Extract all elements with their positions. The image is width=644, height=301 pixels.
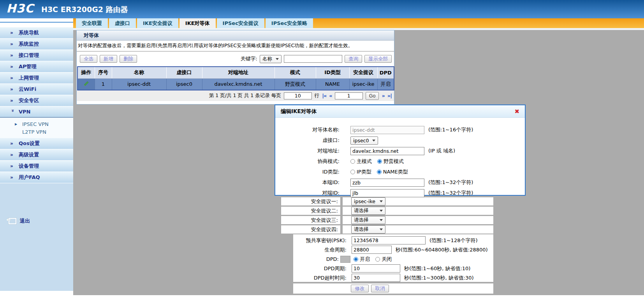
sidebar-item-qos[interactable]: » Qos设置 — [0, 138, 73, 149]
tab-security-alliance[interactable]: 安全联盟 — [76, 18, 108, 28]
cell-dpd: 开启 — [377, 78, 394, 90]
prev-page-icon[interactable]: « — [329, 93, 332, 99]
proposal-1-select[interactable]: ipsec-ike — [351, 197, 385, 205]
sidebar-item-vpn[interactable]: » VPN — [0, 106, 73, 118]
mode-main-radio[interactable]: 主模式 — [350, 158, 372, 165]
lifetime-label: 生命周期: — [293, 246, 347, 253]
sidebar-item-interface-mgmt[interactable]: » 接口管理 — [0, 50, 73, 61]
expand-icon: » — [10, 53, 19, 58]
page: H3C H3C ER3200G2 路由器 安全联盟 虚接口 IKE安全提议 IK… — [0, 0, 644, 301]
proposal-4-label: 安全提议四: — [281, 225, 340, 234]
sidebar-item-device-mgmt[interactable]: » 设备管理 — [0, 161, 73, 172]
keyword-label: 关键字: — [241, 55, 257, 62]
sidebar-subitem-ipsec-vpn[interactable]: ▶ IPSEC VPN — [0, 120, 73, 128]
first-page-icon[interactable]: |« — [322, 93, 326, 99]
panel-title: 对等体 — [77, 30, 394, 41]
mode-radio-group: 主模式 野蛮模式 — [350, 158, 404, 165]
dpd-timeout-input[interactable] — [352, 274, 400, 282]
dpd-timeout-label: DPD超时时间: — [293, 274, 347, 282]
tab-ipsec-proposal[interactable]: IPSec安全提议 — [217, 18, 264, 28]
sidebar-item-system-nav[interactable]: » 系统导航 — [0, 27, 73, 39]
cell-name: ipsec-ddt — [112, 78, 166, 90]
page-info: 第 1 页/共 1 页 共 1 条记录 每页 — [209, 92, 281, 99]
delete-button[interactable]: 删除 — [120, 55, 137, 63]
close-icon[interactable]: ✖ — [514, 108, 519, 115]
lifetime-input[interactable] — [352, 246, 392, 254]
dialog-body: 对等体名称: (范围:1~16个字符) 虚接口: ipsec0 对端地址: (I… — [275, 118, 525, 197]
app-header: H3C H3C ER3200G2 路由器 — [0, 0, 644, 18]
id-type-ip-radio[interactable]: IP类型 — [350, 168, 371, 175]
proposal-4-select[interactable]: 请选择 — [351, 225, 385, 234]
show-all-button[interactable]: 显示全部 — [364, 55, 392, 63]
dpd-interval-input[interactable] — [352, 264, 400, 273]
expand-icon: » — [10, 152, 19, 158]
proposal-3-cell: 请选择 — [343, 216, 493, 224]
sidebar-subitem-l2tp-vpn[interactable]: L2TP VPN — [0, 128, 73, 136]
add-button[interactable]: 新增 — [100, 55, 117, 63]
cell-proposal: ipsec-ike — [349, 78, 377, 90]
local-id-input[interactable] — [350, 179, 424, 187]
radio-checked-icon — [377, 159, 382, 164]
tab-ike-peer[interactable]: IKE对等体 — [179, 18, 216, 28]
id-type-name-radio[interactable]: NAME类型 — [377, 168, 408, 175]
mode-label: 协商模式: — [275, 158, 340, 165]
peer-addr-input[interactable] — [350, 147, 424, 155]
select-all-button[interactable]: 全选 — [80, 55, 97, 63]
expand-icon: » — [10, 141, 19, 146]
vif-select[interactable]: ipsec0 — [350, 136, 378, 145]
modify-button[interactable]: 修改 — [351, 285, 369, 292]
sidebar-item-internet-mgmt[interactable]: » 上网管理 — [0, 73, 73, 84]
remote-id-input[interactable] — [350, 189, 424, 197]
logout-button[interactable]: ← 退出 — [9, 218, 30, 225]
keyword-group: 关键字: 名称 查询 显示全部 — [241, 55, 392, 63]
edit-pencil-icon[interactable] — [83, 81, 89, 88]
sidebar-item-system-monitor[interactable]: » 系统监控 — [0, 39, 73, 50]
proposal-1-label: 安全提议一: — [281, 197, 340, 205]
proposal-3-select[interactable]: 请选择 — [351, 216, 385, 224]
cancel-button[interactable]: 取消 — [371, 285, 389, 292]
sidebar-item-security-zone[interactable]: » 安全专区 — [0, 95, 73, 106]
peer-name-label: 对等体名称: — [275, 126, 340, 133]
psk-note: (范围:1~128个字符) — [429, 237, 478, 244]
sidebar-item-user-faq[interactable]: » 用户FAQ — [0, 172, 73, 183]
remote-id-note: (范围:1~32个字符) — [428, 189, 473, 197]
proposal-4-cell: 请选择 — [343, 225, 493, 234]
proposal-2-select[interactable]: 请选择 — [351, 207, 385, 215]
sidebar-menu: » 系统导航 » 系统监控 » 接口管理 » AP管理 » 上网管理 » 云Wi… — [0, 27, 73, 291]
chevron-down-icon — [380, 219, 383, 221]
rows-unit-label: 行 — [315, 92, 320, 99]
peer-addr-note: (IP 或 域名) — [428, 147, 455, 154]
keyword-field-select[interactable]: 名称 — [260, 55, 282, 63]
page-size-input[interactable] — [284, 92, 312, 99]
cell-seq: 1 — [95, 78, 112, 90]
tab-ike-proposal[interactable]: IKE安全提议 — [137, 18, 178, 28]
proposal-3-label: 安全提议三: — [281, 216, 340, 224]
dpd-off-radio[interactable]: 关闭 — [375, 256, 392, 263]
tab-ipsec-policy[interactable]: IPSec安全策略 — [266, 18, 313, 28]
panel-toolbar: 全选 新增 删除 关键字: 名称 查询 显示全部 — [77, 51, 394, 66]
sidebar-item-advanced[interactable]: » 高级设置 — [0, 149, 73, 161]
tab-virtual-interface[interactable]: 虚接口 — [109, 18, 136, 28]
mode-aggressive-radio[interactable]: 野蛮模式 — [377, 158, 404, 165]
dpd-on-radio[interactable]: 开启 — [354, 256, 370, 263]
table-header-row: 操作 序号 名称 虚接口 对端地址 模式 ID类型 安全提议 DPD — [77, 67, 394, 78]
panel-notice: 对等体的配置修改后，需要重新启用(先禁用再启用)引用该对等体的IPSEC安全策略… — [77, 41, 394, 51]
current-item-arrow-icon: ▶ — [15, 122, 22, 126]
chevron-down-icon — [380, 200, 383, 202]
psk-input[interactable] — [352, 236, 426, 244]
sidebar-filler: ← 退出 — [0, 183, 73, 291]
query-button[interactable]: 查询 — [345, 55, 362, 63]
current-page-input[interactable] — [335, 92, 363, 99]
chevron-down-icon — [380, 210, 383, 212]
table-row: 1 ipsec-ddt ipsec0 davelxc.kmdns.net 野蛮模… — [77, 78, 394, 90]
go-button[interactable]: Go — [366, 92, 379, 100]
sidebar-item-cloud-wifi[interactable]: » 云WiFi — [0, 84, 73, 95]
sidebar-item-ap-mgmt[interactable]: » AP管理 — [0, 61, 73, 73]
last-page-icon[interactable]: »| — [387, 93, 392, 99]
next-page-icon[interactable]: » — [382, 93, 384, 99]
vpn-submenu: ▶ IPSEC VPN L2TP VPN — [0, 118, 73, 138]
dpd-timeout-note: 秒(范围:1~300秒, 缺省值:30) — [404, 274, 474, 282]
psk-dpd-section: 预共享密钥(PSK): (范围:1~128个字符) 生命周期: 秒(范围:60~… — [293, 234, 493, 282]
keyword-input[interactable] — [284, 55, 342, 63]
lifetime-note: 秒(范围:60~604800秒, 缺省值:28800) — [396, 246, 488, 253]
